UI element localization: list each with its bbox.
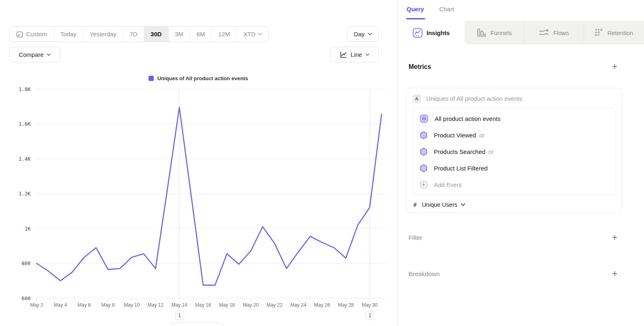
x-axis-label: May 2 <box>30 302 43 308</box>
granularity-dropdown[interactable]: Day <box>347 26 379 42</box>
x-axis-label: May 22 <box>266 302 283 308</box>
y-axis-label: 1.2K <box>19 191 31 197</box>
chart-panel: 6008001K1.2K1.4K1.6K1.8KMay 2May 4May 6M… <box>0 0 396 326</box>
active-tab-underline <box>406 18 425 19</box>
tab-query[interactable]: Query <box>407 6 424 12</box>
x-axis-label: May 20 <box>243 302 259 308</box>
chart-legend[interactable]: Uniques of All product action events <box>0 75 396 81</box>
tab-retention[interactable]: Retention <box>584 21 644 44</box>
x-axis-label: May 6 <box>78 302 91 308</box>
chart-type-dropdown[interactable]: Line <box>330 47 379 62</box>
event-row-all-product-action-events[interactable]: All product action events <box>413 110 615 127</box>
add-event-button[interactable]: Add Event <box>413 176 615 193</box>
y-axis-label: 600 <box>21 295 31 301</box>
add-filter-button[interactable]: + <box>612 233 617 242</box>
chevron-down-icon <box>368 33 372 35</box>
range-3m[interactable]: 3M <box>169 27 190 42</box>
metrics-section-header: Metrics + <box>409 62 617 71</box>
tab-funnels[interactable]: Funnels <box>464 21 524 44</box>
metric-header[interactable]: A Uniques of All product action events <box>406 88 622 108</box>
hexagon-event-icon <box>419 131 428 139</box>
event-row-products-searched[interactable]: Products Searched or <box>413 143 615 160</box>
range-30d[interactable]: 30D <box>144 27 169 42</box>
x-axis-label: May 18 <box>219 302 235 308</box>
y-axis-label: 1.4K <box>19 156 31 162</box>
calendar-icon <box>16 31 23 38</box>
chevron-down-icon <box>258 33 262 35</box>
date-range-control: Custom Today Yesterday 7D 30D 3M 6M 12M … <box>9 26 269 42</box>
hexagon-event-icon <box>419 147 428 156</box>
breakdown-section-header: Breakdown + <box>409 269 617 278</box>
tab-insights[interactable]: Insights <box>398 21 464 44</box>
x-axis-label: May 14 <box>171 302 188 308</box>
chevron-down-icon <box>47 53 51 56</box>
range-12m[interactable]: 12M <box>212 27 237 42</box>
chevron-down-icon <box>461 203 465 206</box>
range-xtd[interactable]: XTD <box>237 27 268 42</box>
measure-selector[interactable]: # Unique Users <box>406 195 622 214</box>
filter-title: Filter <box>409 234 422 241</box>
range-today[interactable]: Today <box>54 27 83 42</box>
x-axis-label: May 26 <box>314 302 330 308</box>
x-axis-label: May 12 <box>148 302 164 308</box>
x-axis-label: May 30 <box>362 302 378 308</box>
report-type-tabs: Insights Funnels Flows Retention <box>398 21 644 44</box>
tab-flows[interactable]: Flows <box>524 21 584 44</box>
query-panel: Query Chart Insights Funnels <box>398 0 644 326</box>
range-custom[interactable]: Custom <box>10 27 54 42</box>
compare-dropdown[interactable]: Compare <box>9 47 60 62</box>
x-axis-label: May 8 <box>101 302 115 308</box>
range-6m[interactable]: 6M <box>190 27 212 42</box>
legend-swatch <box>149 76 154 81</box>
range-yesterday[interactable]: Yesterday <box>83 27 123 42</box>
metrics-title: Metrics <box>409 63 431 71</box>
add-metric-button[interactable]: + <box>612 62 617 71</box>
y-axis-label: 1.6K <box>19 121 31 127</box>
x-axis-label: May 4 <box>54 302 67 308</box>
annotation-badge[interactable]: 1 <box>175 311 184 320</box>
metric-letter-badge: A <box>413 94 421 103</box>
metric-title-text: Uniques of All product action events <box>426 95 522 102</box>
event-row-product-list-filtered[interactable]: Product List Filtered <box>413 160 615 176</box>
x-axis-label: May 16 <box>195 302 211 308</box>
mixpanel-insights-report: 6008001K1.2K1.4K1.6K1.8KMay 2May 4May 6M… <box>0 0 644 326</box>
annotation-badge[interactable]: 1 <box>365 311 374 320</box>
hexagon-event-icon <box>419 164 428 172</box>
filter-section-header: Filter + <box>409 233 617 242</box>
chevron-down-icon <box>365 53 369 56</box>
series-line[interactable] <box>37 107 382 285</box>
partial-popup-edge <box>171 322 224 326</box>
range-label: Custom <box>26 31 47 37</box>
flow-waves-icon <box>539 28 549 37</box>
tab-chart[interactable]: Chart <box>439 6 454 12</box>
measure-label: Unique Users <box>422 201 457 208</box>
circle-plus-icon <box>419 181 428 189</box>
event-row-product-viewed[interactable]: Product Viewed or <box>413 127 615 143</box>
x-axis-label: May 10 <box>124 302 140 308</box>
range-7d[interactable]: 7D <box>123 27 144 42</box>
y-axis-label: 800 <box>21 260 31 266</box>
metric-card: A Uniques of All product action events A… <box>406 88 622 213</box>
x-axis-label: May 28 <box>338 302 354 308</box>
hash-icon: # <box>413 201 417 208</box>
line-chart-icon <box>339 51 347 59</box>
query-chart-tabs: Query Chart <box>407 6 454 12</box>
funnel-bars-icon <box>477 28 486 37</box>
y-axis-label: 1K <box>25 226 31 232</box>
insights-icon <box>413 28 423 38</box>
breakdown-title: Breakdown <box>409 270 440 278</box>
add-breakdown-button[interactable]: + <box>612 269 617 278</box>
events-card: All product action events Product Viewed… <box>413 108 615 195</box>
event-group-icon <box>419 114 429 123</box>
x-axis-label: May 24 <box>290 302 306 308</box>
y-axis-label: 1.8K <box>19 86 31 92</box>
dot-grid-icon <box>594 28 603 37</box>
legend-label: Uniques of All product action events <box>157 75 248 81</box>
